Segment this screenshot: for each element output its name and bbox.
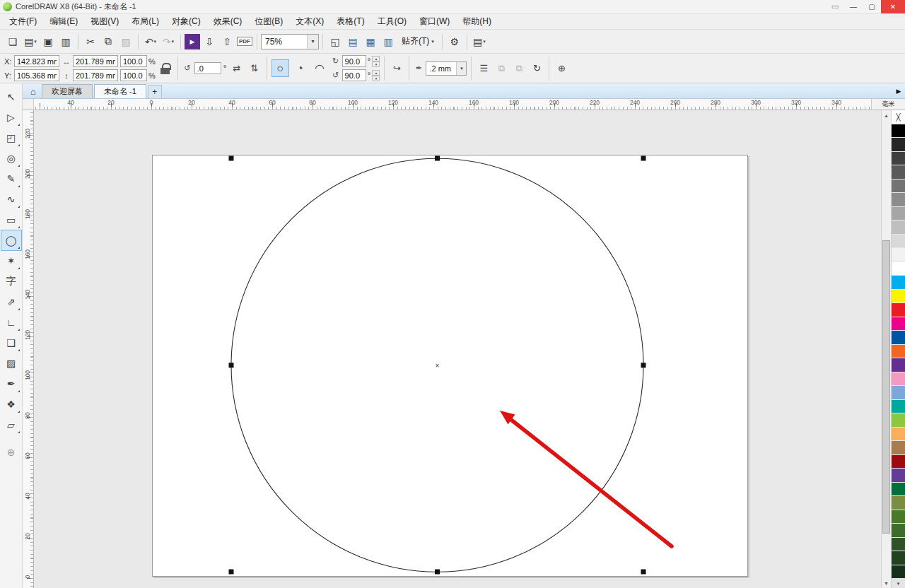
save-button[interactable]: ▣ — [40, 33, 57, 50]
rectangle-tool[interactable]: ▭ — [1, 210, 21, 230]
palette-swatch-12[interactable] — [892, 290, 905, 304]
spin-up-icon[interactable]: ▴ — [372, 56, 380, 61]
palette-swatch-22[interactable] — [892, 428, 905, 442]
pie-mode-button[interactable]: ◔ — [291, 59, 309, 77]
horizontal-ruler[interactable]: 4020020406080100120140160180200220240260… — [34, 99, 871, 110]
palette-swatch-7[interactable] — [892, 220, 905, 235]
selection-handle[interactable] — [229, 363, 234, 368]
close-button[interactable]: ✕ — [881, 0, 905, 13]
cut-button[interactable]: ✂ — [82, 33, 99, 50]
object-width-input[interactable] — [73, 55, 118, 67]
end-angle-spinner[interactable]: ▴▾ — [372, 70, 380, 81]
lock-ratio-button[interactable] — [158, 61, 173, 76]
dimension-tool[interactable]: ⇗ — [1, 292, 21, 312]
ellipse-mode-button[interactable]: ○ — [272, 59, 289, 77]
menu-item-5[interactable]: 效果(C) — [207, 13, 249, 30]
ellipse-tool[interactable]: ◯ — [1, 230, 21, 250]
palette-swatch-26[interactable] — [892, 483, 905, 497]
smart-fill-tool[interactable]: ❖ — [1, 394, 21, 414]
paste-button[interactable]: ▨ — [117, 33, 134, 50]
selection-handle[interactable] — [641, 156, 646, 161]
palette-swatch-15[interactable] — [892, 331, 905, 345]
new-tab-button[interactable]: + — [148, 85, 162, 98]
vertical-ruler[interactable]: 220200180160140120100806040200 — [23, 110, 34, 588]
menu-item-4[interactable]: 对象(C) — [165, 13, 207, 30]
scroll-down-icon[interactable]: ▼ — [882, 578, 891, 588]
arc-mode-button[interactable]: ◠ — [311, 59, 329, 77]
scrollbar-track[interactable] — [882, 120, 891, 578]
export-button[interactable]: ⇧ — [218, 33, 235, 50]
palette-swatch-29[interactable] — [892, 524, 905, 538]
minimize-button[interactable]: — — [844, 0, 863, 13]
palette-swatch-6[interactable] — [892, 207, 905, 221]
tab-welcome-screen[interactable]: 欢迎屏幕 — [42, 84, 93, 98]
palette-swatch-13[interactable] — [892, 303, 905, 317]
redo-button[interactable]: ↷▾ — [160, 33, 177, 50]
chevron-down-icon[interactable]: ▾ — [456, 62, 466, 75]
start-angle-spinner[interactable]: ▴▾ — [372, 56, 380, 67]
spin-up-icon[interactable]: ▴ — [372, 70, 380, 76]
rotation-angle-input[interactable] — [194, 62, 221, 74]
palette-swatch-30[interactable] — [892, 538, 905, 552]
mirror-horizontal-button[interactable]: ⇄ — [229, 61, 245, 76]
zoom-tool[interactable]: ◎ — [1, 148, 21, 168]
scrollbar-thumb[interactable] — [882, 240, 890, 534]
start-angle-input[interactable] — [342, 55, 366, 67]
menu-item-6[interactable]: 位图(B) — [248, 13, 289, 30]
palette-swatch-31[interactable] — [892, 551, 905, 565]
convert-to-curves-button[interactable]: ↻ — [529, 61, 544, 76]
pick-tool[interactable]: ↖ — [1, 87, 21, 107]
zoom-level-select[interactable]: 75% ▾ — [261, 34, 319, 49]
transparency-tool[interactable]: ▨ — [1, 353, 21, 373]
publish-pdf-button[interactable]: PDF — [236, 33, 253, 50]
snap-to-dropdown[interactable]: 贴齐(T) ▾ — [397, 35, 438, 47]
object-height-input[interactable] — [73, 69, 118, 81]
drawing-canvas[interactable]: × — [34, 110, 881, 588]
add-tool-button[interactable]: ⊕ — [1, 442, 21, 462]
show-rulers-toggle[interactable]: ▤ — [344, 33, 361, 50]
drop-shadow-tool[interactable]: ❑ — [1, 333, 21, 353]
palette-flyout-button[interactable]: ▾ — [892, 579, 905, 588]
menu-item-3[interactable]: 布局(L) — [125, 13, 165, 30]
home-icon[interactable]: ⌂ — [25, 84, 42, 98]
text-tool[interactable]: 字 — [1, 271, 21, 291]
palette-swatch-16[interactable] — [892, 345, 905, 359]
palette-swatch-28[interactable] — [892, 510, 905, 524]
palette-swatch-11[interactable] — [892, 276, 905, 290]
palette-swatch-10[interactable] — [892, 262, 905, 276]
menu-item-8[interactable]: 表格(T) — [330, 13, 370, 30]
object-y-input[interactable] — [14, 69, 59, 81]
mirror-vertical-button[interactable]: ⇅ — [247, 61, 262, 76]
selection-handle[interactable] — [229, 156, 234, 161]
vertical-scrollbar[interactable]: ▲ ▼ — [881, 110, 891, 588]
palette-swatch-27[interactable] — [892, 496, 905, 510]
application-launcher-button[interactable]: ▤▾ — [471, 33, 488, 50]
search-content-button[interactable]: ▶ — [185, 34, 200, 49]
shape-tool[interactable]: ▷ — [1, 107, 21, 127]
tab-untitled-1[interactable]: 未命名 -1 — [94, 84, 146, 98]
menu-item-7[interactable]: 文本(X) — [289, 13, 330, 30]
chevron-down-icon[interactable]: ▾ — [307, 35, 318, 49]
maximize-button[interactable]: ▢ — [863, 0, 881, 13]
scale-x-input[interactable] — [120, 55, 147, 67]
palette-swatch-17[interactable] — [892, 358, 905, 372]
scroll-up-icon[interactable]: ▲ — [882, 110, 891, 120]
freehand-tool[interactable]: ✎ — [1, 169, 21, 189]
link-button-a[interactable]: ⧉ — [494, 61, 509, 76]
artistic-media-tool[interactable]: ∿ — [1, 189, 21, 209]
palette-swatch-19[interactable] — [892, 386, 905, 400]
spin-down-icon[interactable]: ▾ — [372, 76, 380, 81]
menu-item-0[interactable]: 文件(F) — [3, 13, 43, 30]
palette-swatch-5[interactable] — [892, 193, 905, 207]
palette-swatch-9[interactable] — [892, 248, 905, 262]
crop-tool[interactable]: ◰ — [1, 128, 21, 148]
print-button[interactable]: ▥ — [57, 33, 74, 50]
palette-swatch-14[interactable] — [892, 317, 905, 331]
menu-item-10[interactable]: 窗口(W) — [413, 13, 456, 30]
tab-scroll-right-icon[interactable]: ▶ — [892, 84, 905, 98]
show-guidelines-toggle[interactable]: ▥ — [380, 33, 397, 50]
new-document-button[interactable]: ❏ — [4, 33, 21, 50]
add-property-button[interactable]: ⊕ — [554, 61, 569, 76]
selection-handle[interactable] — [641, 363, 646, 368]
palette-swatch-2[interactable] — [892, 152, 905, 166]
